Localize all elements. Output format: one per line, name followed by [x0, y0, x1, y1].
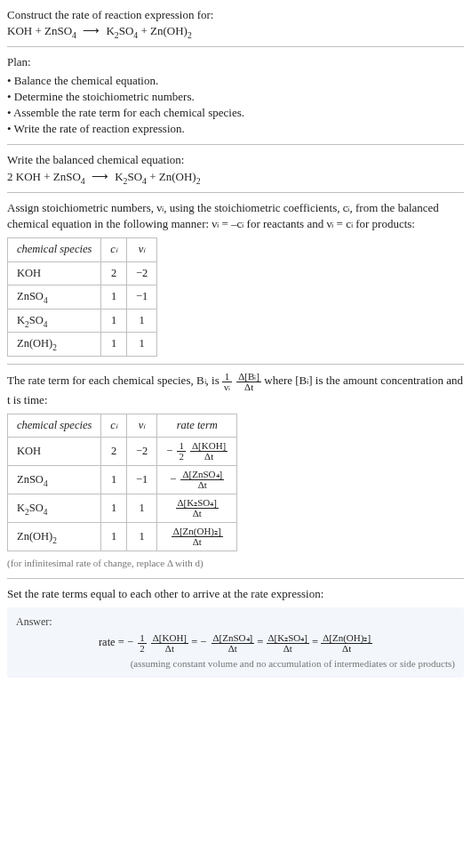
equation-unbalanced: KOH + ZnSO4 ⟶ K2SO4 + Zn(OH)2	[7, 23, 464, 39]
equals-sign: =	[257, 636, 266, 648]
minus-sign: −	[127, 635, 133, 651]
table-row: KOH 2 −2	[8, 261, 157, 285]
vi-cell: 1	[126, 494, 156, 523]
rateterm-text-1: The rate term for each chemical species,…	[7, 374, 222, 387]
delta-frac: Δ[KOH] Δt	[190, 441, 228, 462]
vi-cell: 1	[126, 523, 156, 551]
plan-item: • Determine the stoichiometric numbers.	[7, 89, 464, 105]
vi-cell: −2	[126, 438, 156, 466]
frac-num: Δ[K₂SO₄]	[267, 633, 309, 644]
delta-frac: Δ[ZnSO₄] Δt	[212, 633, 255, 654]
species-cell: ZnSO4	[8, 285, 101, 309]
species-cell: KOH	[8, 261, 101, 285]
col-ci: cᵢ	[101, 414, 127, 438]
frac-den: νᵢ	[222, 382, 232, 392]
equation-balanced: 2 KOH + ZnSO4 ⟶ K2SO4 + Zn(OH)2	[7, 169, 464, 185]
frac-den: 2	[177, 452, 186, 462]
delta-frac: Δ[Zn(OH)₂] Δt	[172, 526, 223, 547]
ci-cell: 1	[101, 466, 127, 494]
rate-cell: Δ[Zn(OH)₂] Δt	[157, 523, 237, 551]
rate-cell: − 1 2 Δ[KOH] Δt	[157, 438, 237, 466]
col-species: chemical species	[8, 238, 101, 262]
one-over-vi-frac: 1 νᵢ	[222, 372, 232, 392]
arrow-icon: ⟶	[79, 23, 103, 39]
plan-section: Plan: • Balance the chemical equation. •…	[7, 54, 464, 137]
frac-num: Δ[KOH]	[151, 633, 188, 644]
rate-cell: − Δ[ZnSO₄] Δt	[157, 466, 237, 494]
balanced-section: Write the balanced chemical equation: 2 …	[7, 152, 464, 184]
col-ci: cᵢ	[101, 238, 127, 262]
delta-frac: Δ[ZnSO₄] Δt	[180, 470, 224, 490]
frac-num: Δ[Bᵢ]	[236, 372, 261, 382]
table-row: ZnSO4 1 −1	[8, 285, 157, 309]
divider	[7, 578, 464, 579]
frac-den: 2	[138, 644, 147, 654]
ci-cell: 1	[101, 494, 127, 523]
frac-den: Δt	[212, 644, 255, 654]
minus-sign: −	[170, 472, 176, 488]
delta-frac: Δ[K₂SO₄] Δt	[267, 633, 309, 654]
vi-cell: 1	[126, 309, 156, 333]
table-row: K2SO4 1 1 Δ[K₂SO₄] Δt	[8, 494, 237, 523]
rateterm-section: The rate term for each chemical species,…	[7, 372, 464, 571]
divider	[7, 192, 464, 193]
frac-num: Δ[Zn(OH)₂]	[321, 633, 372, 644]
arrow-icon: ⟶	[88, 169, 112, 185]
species-cell: K2SO4	[8, 309, 101, 333]
ci-cell: 1	[101, 333, 127, 357]
frac-num: Δ[ZnSO₄]	[212, 633, 255, 644]
table-row: Zn(OH)2 1 1 Δ[Zn(OH)₂] Δt	[8, 523, 237, 551]
stoich-table-1: chemical species cᵢ νᵢ KOH 2 −2 ZnSO4 1 …	[7, 237, 157, 357]
table-row: ZnSO4 1 −1 − Δ[ZnSO₄] Δt	[8, 466, 237, 494]
setequal-section: Set the rate terms equal to each other t…	[7, 586, 464, 678]
balanced-title: Write the balanced chemical equation:	[7, 152, 464, 168]
assign-text: Assign stoichiometric numbers, νᵢ, using…	[7, 200, 464, 232]
plan-title: Plan:	[7, 54, 464, 70]
vi-cell: −2	[126, 261, 156, 285]
species-cell: KOH	[8, 438, 101, 466]
frac-den: Δt	[172, 537, 223, 547]
table2-caption: (for infinitesimal rate of change, repla…	[7, 557, 464, 570]
assign-section: Assign stoichiometric numbers, νᵢ, using…	[7, 200, 464, 357]
delta-frac: Δ[KOH] Δt	[151, 633, 188, 654]
equals-sign: =	[191, 636, 200, 648]
col-rate: rate term	[157, 414, 237, 438]
construct-text: Construct the rate of reaction expressio…	[7, 7, 464, 23]
frac-num: 1	[138, 633, 147, 644]
col-species: chemical species	[8, 414, 101, 438]
ci-cell: 1	[101, 523, 127, 551]
setequal-text: Set the rate terms equal to each other t…	[7, 586, 464, 602]
delta-frac: Δ[Zn(OH)₂] Δt	[321, 633, 372, 654]
plan-item: • Write the rate of reaction expression.	[7, 121, 464, 137]
delta-frac: Δ[K₂SO₄] Δt	[176, 498, 219, 518]
answer-box: Answer: rate = − 1 2 Δ[KOH] Δt = −	[7, 607, 464, 678]
frac-num: 1	[222, 372, 232, 382]
frac-den: Δt	[190, 452, 228, 462]
table-header-row: chemical species cᵢ νᵢ	[8, 238, 157, 262]
equals-sign: =	[312, 636, 321, 648]
species-cell: Zn(OH)2	[8, 523, 101, 551]
frac-den: Δt	[180, 480, 224, 490]
divider	[7, 144, 464, 145]
coef-frac: 1 2	[177, 441, 186, 462]
col-vi: νᵢ	[126, 414, 156, 438]
minus-sign: −	[200, 635, 206, 651]
problem-statement: Construct the rate of reaction expressio…	[7, 7, 464, 39]
minus-sign: −	[166, 444, 172, 460]
vi-cell: −1	[126, 285, 156, 309]
plan-item: • Assemble the rate term for each chemic…	[7, 105, 464, 121]
dBi-over-dt-frac: Δ[Bᵢ] Δt	[236, 372, 261, 392]
table-row: KOH 2 −2 − 1 2 Δ[KOH] Δt	[8, 438, 237, 466]
species-cell: ZnSO4	[8, 466, 101, 494]
table-row: Zn(OH)2 1 1	[8, 333, 157, 357]
table-row: K2SO4 1 1	[8, 309, 157, 333]
stoich-table-2: chemical species cᵢ νᵢ rate term KOH 2 −…	[7, 414, 237, 552]
col-vi: νᵢ	[126, 238, 156, 262]
species-cell: K2SO4	[8, 494, 101, 523]
answer-label: Answer:	[16, 615, 455, 630]
frac-den: Δt	[267, 644, 309, 654]
ci-cell: 1	[101, 309, 127, 333]
vi-cell: 1	[126, 333, 156, 357]
vi-cell: −1	[126, 466, 156, 494]
table-header-row: chemical species cᵢ νᵢ rate term	[8, 414, 237, 438]
